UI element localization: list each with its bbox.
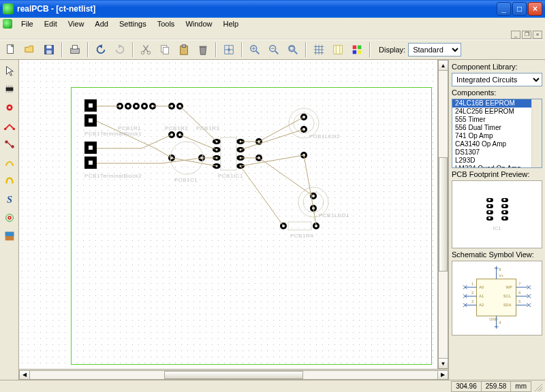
svg-point-47 (127, 105, 129, 108)
scroll-left-button[interactable]: ◀ (19, 370, 30, 380)
svg-text:5: 5 (518, 299, 520, 304)
listbox-scrollbar[interactable] (531, 99, 542, 167)
colors-button[interactable] (349, 42, 365, 58)
zoom-out-button[interactable] (266, 42, 282, 58)
library-select[interactable]: Integrated Circuits (452, 73, 542, 86)
window-title: realPCB - [ct-netlist] (17, 4, 497, 14)
main-toolbar: Display: Standard (0, 39, 545, 60)
svg-rect-18 (334, 46, 343, 54)
window-close-button[interactable]: × (528, 2, 542, 16)
connection-tool[interactable] (1, 136, 18, 152)
new-button[interactable] (3, 42, 19, 58)
delete-button[interactable] (195, 42, 211, 58)
svg-rect-37 (89, 103, 93, 108)
horizontal-scrollbar[interactable]: ◀ ▶ (19, 369, 448, 380)
zoom-fit-button[interactable] (285, 42, 301, 58)
svg-rect-106 (288, 222, 311, 230)
pad-tool[interactable] (1, 99, 18, 116)
menu-help[interactable]: Help (219, 19, 244, 29)
window-maximize-button[interactable]: □ (512, 2, 527, 16)
menu-window[interactable]: Window (181, 19, 217, 29)
status-bar: 304.96 259.58 mm (0, 380, 545, 392)
svg-rect-39 (89, 118, 93, 122)
list-item[interactable]: 24LC16B EEPROM (452, 99, 542, 108)
window-minimize-button[interactable]: _ (497, 2, 511, 16)
label-led1: PCB1LED1 (319, 212, 349, 218)
arc-tool[interactable] (1, 154, 18, 171)
redo-button[interactable] (112, 42, 128, 58)
svg-rect-5 (72, 46, 77, 49)
grid-snap-button[interactable] (221, 42, 237, 58)
layers-button[interactable] (330, 42, 346, 58)
shape-tool[interactable] (1, 173, 18, 189)
svg-text:S: S (6, 194, 12, 205)
list-item[interactable]: 556 Dual Timer (452, 124, 542, 132)
mdi-close-button[interactable]: × (533, 31, 542, 39)
pcb-canvas[interactable]: PCB1TerminalBlock1 PCB1TerminalBlock2 PC… (19, 60, 437, 369)
scroll-right-button[interactable]: ▶ (437, 370, 448, 380)
svg-rect-41 (89, 146, 93, 150)
svg-text:WP: WP (506, 285, 512, 289)
list-item[interactable]: 741 Op Amp (452, 132, 542, 140)
display-label: Display: (379, 46, 405, 54)
schematic-label: Schematic Symbol View: (452, 250, 542, 259)
list-item[interactable]: 24LC256 EEPROM (452, 108, 542, 116)
select-tool[interactable] (1, 63, 18, 79)
list-item[interactable]: DS1307 (452, 148, 542, 157)
svg-point-33 (8, 217, 10, 218)
components-listbox[interactable]: 24LC16B EEPROM 24LC256 EEPROM 555 Timer … (452, 99, 542, 168)
track-tool[interactable] (1, 118, 18, 134)
paste-button[interactable] (176, 42, 192, 58)
open-button[interactable] (22, 42, 38, 58)
svg-point-27 (12, 128, 15, 131)
resize-grip-icon[interactable] (533, 382, 542, 391)
label-tb2: PCB1TerminalBlock2 (84, 173, 142, 179)
svg-text:GND: GND (489, 317, 497, 321)
right-panel: Component Library: Integrated Circuits C… (448, 60, 545, 380)
copper-pour-tool[interactable] (1, 228, 18, 244)
cut-button[interactable] (138, 42, 154, 58)
via-tool[interactable] (1, 210, 18, 226)
save-button[interactable] (41, 42, 57, 58)
label-r1: PCB1R1 (118, 125, 141, 131)
component-tool[interactable] (1, 81, 18, 97)
menu-edit[interactable]: Edit (40, 19, 62, 29)
svg-rect-17 (290, 47, 294, 50)
status-x: 304.96 (451, 381, 482, 392)
svg-rect-43 (89, 161, 93, 165)
display-select[interactable]: Standard (408, 43, 461, 56)
mdi-restore-button[interactable]: ❐ (522, 31, 531, 39)
svg-point-6 (141, 51, 144, 54)
side-toolbar: S (0, 60, 19, 380)
library-label: Component Library: (452, 63, 542, 71)
mdi-minimize-button[interactable]: _ (511, 31, 520, 39)
label-tb1: PCB1TerminalBlock1 (84, 131, 142, 137)
text-tool[interactable]: S (1, 191, 18, 208)
svg-rect-22 (358, 50, 361, 54)
label-r3: PCB1R3 (196, 125, 219, 131)
svg-point-13 (228, 48, 230, 51)
vertical-scrollbar[interactable]: ▲ ▼ (437, 60, 448, 369)
svg-text:4: 4 (499, 321, 501, 325)
grid-button[interactable] (311, 42, 327, 58)
svg-text:2: 2 (471, 291, 473, 295)
svg-text:7: 7 (518, 282, 520, 286)
list-item[interactable]: 555 Timer (452, 116, 542, 124)
menu-add[interactable]: Add (90, 19, 113, 29)
mdi-app-icon (3, 19, 12, 29)
menu-tools[interactable]: Tools (153, 19, 180, 29)
scroll-up-button[interactable]: ▲ (438, 60, 448, 71)
scroll-down-button[interactable]: ▼ (438, 358, 448, 369)
list-item[interactable]: LM324 Quad Op Amp (452, 165, 542, 168)
print-button[interactable] (67, 42, 83, 58)
list-item[interactable]: L293D (452, 157, 542, 165)
zoom-in-button[interactable] (247, 42, 263, 58)
copy-button[interactable] (157, 42, 173, 58)
list-item[interactable]: CA3140 Op Amp (452, 140, 542, 148)
svg-text:SCL: SCL (503, 294, 511, 298)
menu-file[interactable]: File (16, 19, 38, 29)
menu-view[interactable]: View (63, 19, 89, 29)
undo-button[interactable] (93, 42, 109, 58)
svg-text:A2: A2 (479, 303, 484, 307)
menu-settings[interactable]: Settings (114, 19, 151, 29)
